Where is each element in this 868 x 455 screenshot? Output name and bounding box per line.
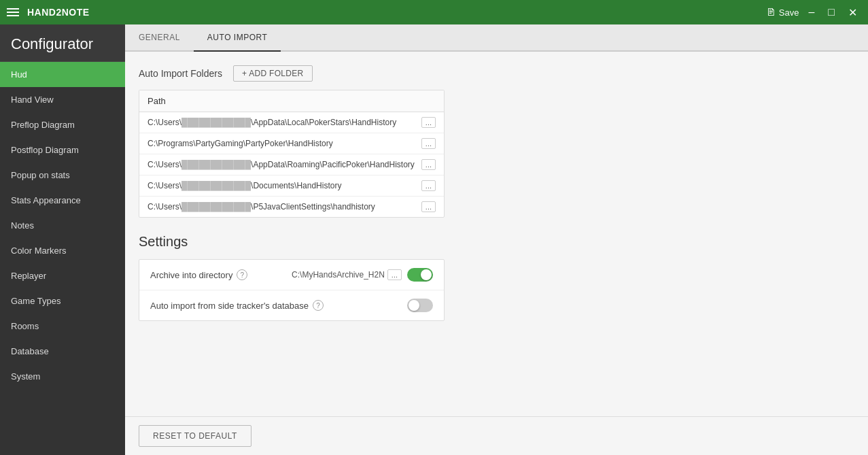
auto-import-side-tracker-help-icon: ? <box>313 300 324 311</box>
folders-section-title: Auto Import Folders <box>139 68 222 79</box>
save-label: Save <box>779 7 799 18</box>
folder-row: C:\Users\████████████\P5JavaClientSettin… <box>139 197 444 217</box>
content-body: Auto Import Folders + ADD FOLDER Path C:… <box>125 52 868 416</box>
tab-general[interactable]: GENERAL <box>125 24 194 52</box>
save-icon: 🖹 <box>766 7 776 18</box>
folder-path: C:\Users\████████████\AppData\Local\Poke… <box>147 118 421 127</box>
sidebar-item-system[interactable]: System <box>0 364 125 389</box>
archive-directory-text: Archive into directory <box>150 270 232 280</box>
auto-import-side-tracker-toggle[interactable] <box>407 299 433 312</box>
folders-section-header: Auto Import Folders + ADD FOLDER <box>139 65 854 82</box>
folder-menu-button[interactable]: ... <box>421 201 436 212</box>
folders-table-header: Path <box>139 90 444 112</box>
archive-directory-row: Archive into directory ? C:\MyHandsArchi… <box>139 260 444 290</box>
add-folder-button[interactable]: + ADD FOLDER <box>233 65 313 82</box>
archive-directory-path: C:\MyHandsArchive_H2N <box>292 270 385 280</box>
archive-directory-help-icon: ? <box>237 269 247 280</box>
auto-import-side-tracker-label: Auto import from side tracker's database… <box>150 300 407 311</box>
sidebar-item-replayer[interactable]: Replayer <box>0 263 125 288</box>
titlebar: HAND2NOTE 🖹 Save – □ ✕ <box>0 0 868 24</box>
folder-menu-button[interactable]: ... <box>421 159 436 170</box>
maximize-button[interactable]: □ <box>824 5 839 20</box>
archive-directory-browse-button[interactable]: ... <box>387 269 402 280</box>
sidebar-item-postflop-diagram[interactable]: Postflop Diagram <box>0 137 125 163</box>
auto-import-side-tracker-text: Auto import from side tracker's database <box>150 301 309 311</box>
sidebar-item-hand-view[interactable]: Hand View <box>0 87 125 112</box>
sidebar-item-popup-on-stats[interactable]: Popup on stats <box>0 163 125 188</box>
window-actions: 🖹 Save – □ ✕ <box>766 5 861 20</box>
folders-table: Path C:\Users\████████████\AppData\Local… <box>139 90 445 218</box>
reset-to-default-button[interactable]: RESET TO DEFAULT <box>139 425 251 447</box>
folder-path: C:\Users\████████████\P5JavaClientSettin… <box>147 202 421 212</box>
folder-row: C:\Users\████████████\Documents\HandHist… <box>139 175 444 197</box>
folder-row: C:\Programs\PartyGaming\PartyPoker\HandH… <box>139 133 444 154</box>
archive-directory-toggle-knob <box>421 269 432 280</box>
folder-menu-button[interactable]: ... <box>421 180 436 191</box>
auto-import-side-tracker-toggle-knob <box>409 300 419 311</box>
close-button[interactable]: ✕ <box>844 5 861 20</box>
minimize-button[interactable]: – <box>804 5 818 20</box>
app-title: HAND2NOTE <box>27 7 766 18</box>
sidebar-item-color-markers[interactable]: Color Markers <box>0 238 125 263</box>
archive-directory-toggle-slider <box>407 268 433 282</box>
sidebar: Configurator Hud Hand View Preflop Diagr… <box>0 24 125 455</box>
sidebar-item-preflop-diagram[interactable]: Preflop Diagram <box>0 112 125 137</box>
folder-row: C:\Users\████████████\AppData\Roaming\Pa… <box>139 154 444 175</box>
sidebar-item-rooms[interactable]: Rooms <box>0 314 125 339</box>
sidebar-item-notes[interactable]: Notes <box>0 213 125 238</box>
folder-row: C:\Users\████████████\AppData\Local\Poke… <box>139 112 444 133</box>
archive-directory-toggle[interactable] <box>407 268 433 282</box>
bottom-bar: RESET TO DEFAULT <box>125 416 868 455</box>
menu-icon[interactable] <box>7 8 19 16</box>
tabs: GENERAL AUTO IMPORT <box>125 24 868 52</box>
tab-auto-import[interactable]: AUTO IMPORT <box>194 24 281 52</box>
main-layout: Configurator Hud Hand View Preflop Diagr… <box>0 24 868 455</box>
sidebar-item-hud[interactable]: Hud <box>0 62 125 87</box>
auto-import-side-tracker-row: Auto import from side tracker's database… <box>139 290 444 320</box>
folder-menu-button[interactable]: ... <box>421 117 436 128</box>
settings-card: Archive into directory ? C:\MyHandsArchi… <box>139 259 445 321</box>
content-area: GENERAL AUTO IMPORT Auto Import Folders … <box>125 24 868 455</box>
folder-path: C:\Users\████████████\Documents\HandHist… <box>147 181 421 190</box>
settings-section-title: Settings <box>139 234 854 250</box>
folder-path: C:\Programs\PartyGaming\PartyPoker\HandH… <box>147 139 421 148</box>
auto-import-side-tracker-toggle-slider <box>407 299 433 312</box>
sidebar-item-stats-appearance[interactable]: Stats Appearance <box>0 188 125 213</box>
sidebar-item-database[interactable]: Database <box>0 339 125 364</box>
save-button[interactable]: 🖹 Save <box>766 7 799 18</box>
folder-menu-button[interactable]: ... <box>421 138 436 149</box>
folder-path: C:\Users\████████████\AppData\Roaming\Pa… <box>147 160 421 169</box>
sidebar-item-game-types[interactable]: Game Types <box>0 288 125 314</box>
sidebar-header: Configurator <box>0 24 125 62</box>
archive-directory-label: Archive into directory ? <box>150 269 292 280</box>
